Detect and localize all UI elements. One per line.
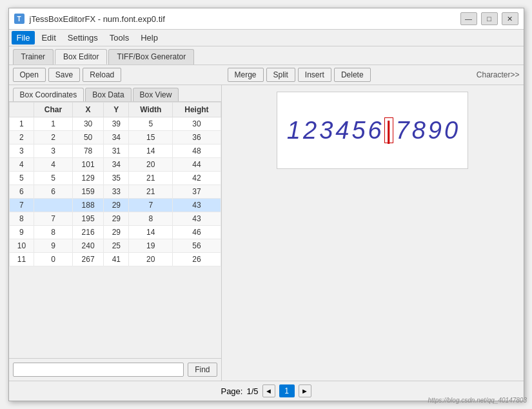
find-input[interactable] xyxy=(13,363,184,377)
prev-page-button[interactable]: ◄ xyxy=(262,384,275,397)
cell-height: 43 xyxy=(173,212,221,226)
cell-width: 21 xyxy=(129,172,173,185)
digit-char: 5 xyxy=(351,118,365,143)
cell-row-num: 2 xyxy=(9,131,34,145)
minimize-button[interactable]: — xyxy=(460,12,477,25)
cell-char: 3 xyxy=(34,145,72,158)
cell-row-num: 8 xyxy=(9,212,34,226)
table-row[interactable]: 6 6 159 33 21 37 xyxy=(9,185,221,199)
menu-file[interactable]: File xyxy=(12,31,35,45)
tab-trainer[interactable]: Trainer xyxy=(13,49,54,65)
title-bar: T jTessBoxEditorFX - num.font.exp0.tif —… xyxy=(9,8,524,30)
cell-x: 159 xyxy=(72,185,104,199)
cell-width: 14 xyxy=(129,226,173,239)
digit-char: 3 xyxy=(319,118,333,143)
table-row[interactable]: 9 8 216 29 14 46 xyxy=(9,226,221,239)
left-panel: Box Coordinates Box Data Box View Char X… xyxy=(9,85,222,381)
table-row[interactable]: 2 2 50 34 15 36 xyxy=(9,131,221,145)
table-row[interactable]: 8 7 195 29 8 43 xyxy=(9,212,221,226)
cell-x: 101 xyxy=(72,158,104,172)
digit-char: | xyxy=(384,117,393,143)
character-label: Character>> xyxy=(477,70,520,79)
cell-char: 0 xyxy=(34,253,72,266)
maximize-button[interactable]: □ xyxy=(481,12,498,25)
find-bar: Find xyxy=(9,358,221,381)
table-row[interactable]: 5 5 129 35 21 42 xyxy=(9,172,221,185)
app-icon: T xyxy=(14,14,25,24)
cell-x: 50 xyxy=(72,131,104,145)
cell-row-num: 3 xyxy=(9,145,34,158)
menu-help[interactable]: Help xyxy=(135,31,163,45)
cell-x: 78 xyxy=(72,145,104,158)
tab-tiff-box-generator[interactable]: TIFF/Box Generator xyxy=(108,49,194,65)
next-page-button[interactable]: ► xyxy=(299,384,311,397)
insert-button[interactable]: Insert xyxy=(298,68,331,82)
digit-char: 8 xyxy=(412,118,426,143)
cell-y: 34 xyxy=(104,131,129,145)
digit-char: 0 xyxy=(444,118,458,143)
open-button[interactable]: Open xyxy=(13,68,46,82)
menu-edit[interactable]: Edit xyxy=(36,31,61,45)
cell-y: 35 xyxy=(104,172,129,185)
cell-char: 6 xyxy=(34,185,72,199)
reload-button[interactable]: Reload xyxy=(83,68,121,82)
cell-row-num: 11 xyxy=(9,253,34,266)
digit-char: 6 xyxy=(368,118,382,143)
table-body: 1 1 30 39 5 30 2 2 50 34 15 36 3 3 78 31… xyxy=(9,117,221,266)
cell-x: 129 xyxy=(72,172,104,185)
col-header-x: X xyxy=(72,103,104,117)
window-title: jTessBoxEditorFX - num.font.exp0.tif xyxy=(30,14,165,24)
table-row[interactable]: 7 188 29 7 43 xyxy=(9,199,221,212)
cell-y: 31 xyxy=(104,145,129,158)
table-row[interactable]: 4 4 101 34 20 44 xyxy=(9,158,221,172)
page-info: 1/5 xyxy=(246,386,258,396)
cell-width: 7 xyxy=(129,199,173,212)
image-area: 123456|7890 xyxy=(222,85,524,381)
cell-y: 29 xyxy=(104,199,129,212)
cell-x: 267 xyxy=(72,253,104,266)
menu-tools[interactable]: Tools xyxy=(104,31,134,45)
cell-char: 2 xyxy=(34,131,72,145)
cell-width: 15 xyxy=(129,131,173,145)
col-header-height: Height xyxy=(173,103,221,117)
subtab-box-coordinates[interactable]: Box Coordinates xyxy=(13,88,84,101)
table-row[interactable]: 10 9 240 25 19 56 xyxy=(9,239,221,253)
table-row[interactable]: 3 3 78 31 14 48 xyxy=(9,145,221,158)
cell-width: 19 xyxy=(129,239,173,253)
cell-row-num: 6 xyxy=(9,185,34,199)
page-label: Page: xyxy=(221,386,242,396)
col-header-width: Width xyxy=(129,103,173,117)
delete-button[interactable]: Delete xyxy=(334,68,371,82)
split-button[interactable]: Split xyxy=(266,68,295,82)
watermark: https://blog.csdn.net/qq_40147803 xyxy=(428,397,527,404)
menu-bar: File Edit Settings Tools Help xyxy=(9,30,524,46)
save-button[interactable]: Save xyxy=(48,68,80,82)
table-row[interactable]: 11 0 267 41 20 26 xyxy=(9,253,221,266)
cell-height: 48 xyxy=(173,145,221,158)
cell-x: 188 xyxy=(72,199,104,212)
cell-y: 34 xyxy=(104,158,129,172)
cell-row-num: 5 xyxy=(9,172,34,185)
digit-char: 4 xyxy=(335,118,349,143)
cell-char: 8 xyxy=(34,226,72,239)
find-button[interactable]: Find xyxy=(188,363,217,377)
subtab-box-data[interactable]: Box Data xyxy=(85,88,131,101)
subtab-box-view[interactable]: Box View xyxy=(133,88,179,101)
digit-char: 7 xyxy=(396,118,409,143)
cell-y: 29 xyxy=(104,226,129,239)
tab-box-editor[interactable]: Box Editor xyxy=(55,49,107,65)
cell-height: 26 xyxy=(173,253,221,266)
close-button[interactable]: ✕ xyxy=(502,12,518,25)
col-header-y: Y xyxy=(104,103,129,117)
cell-x: 216 xyxy=(72,226,104,239)
title-controls: — □ ✕ xyxy=(460,12,518,25)
cell-char: 9 xyxy=(34,239,72,253)
cell-row-num: 9 xyxy=(9,226,34,239)
title-bar-left: T jTessBoxEditorFX - num.font.exp0.tif xyxy=(14,14,165,24)
toolbar-actions: Open Save Reload Merge Split Insert Dele… xyxy=(9,65,524,85)
menu-settings[interactable]: Settings xyxy=(63,31,103,45)
cell-width: 21 xyxy=(129,185,173,199)
merge-button[interactable]: Merge xyxy=(228,68,264,82)
table-row[interactable]: 1 1 30 39 5 30 xyxy=(9,117,221,131)
main-tab-bar: Trainer Box Editor TIFF/Box Generator xyxy=(9,46,524,65)
